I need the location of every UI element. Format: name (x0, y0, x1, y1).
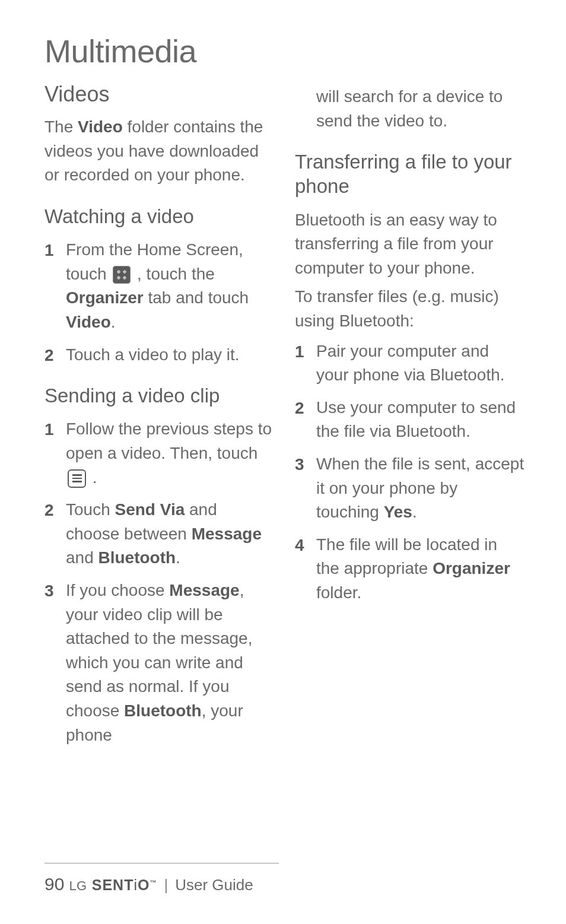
transfer-subintro: To transfer files (e.g. music) using Blu… (295, 285, 524, 333)
apps-grid-icon (113, 266, 131, 284)
list-item: Follow the previous steps to open a vide… (44, 417, 274, 490)
text: O (138, 877, 150, 893)
text: . (176, 548, 180, 567)
brand-lg: LG (69, 878, 87, 894)
text-bold: Organizer (433, 559, 510, 577)
text: . (111, 313, 116, 331)
text: tab and touch (144, 288, 249, 307)
page-title: Multimedia (44, 33, 524, 69)
heading-videos: Videos (44, 81, 274, 107)
heading-sending-video: Sending a video clip (44, 383, 274, 408)
text: SENT (92, 877, 134, 893)
transfer-intro: Bluetooth is an easy way to transferring… (295, 208, 524, 281)
page-number: 90 (44, 874, 64, 894)
text-bold: Yes (384, 503, 412, 521)
text: folder. (316, 583, 361, 602)
text-bold: Video (66, 313, 111, 331)
text-bold: Message (192, 525, 262, 543)
continuation-text: will search for a device to send the vid… (295, 85, 524, 133)
heading-watching-video: Watching a video (44, 204, 274, 228)
list-item: Touch Send Via and choose between Messag… (44, 498, 274, 570)
list-item: From the Home Screen, touch , touch the … (44, 238, 274, 334)
text-bold: Send Via (115, 500, 185, 519)
brand-sentio: SENTiO™ (92, 877, 157, 894)
sending-steps: Follow the previous steps to open a vide… (44, 417, 274, 747)
list-item: Touch a video to play it. (44, 343, 274, 367)
text: . (88, 468, 97, 487)
text-bold: Message (169, 581, 239, 599)
list-item: The file will be located in the appropri… (295, 533, 524, 605)
right-column: will search for a device to send the vid… (295, 77, 524, 755)
list-item: When the file is sent, accept it on your… (295, 452, 524, 525)
list-item: If you choose Message, your video clip w… (44, 579, 274, 747)
text: Touch (66, 500, 115, 519)
text-bold: Organizer (66, 288, 144, 307)
text-bold: Video (78, 118, 123, 136)
text: If you choose (66, 581, 169, 599)
guide-label: User Guide (175, 876, 253, 894)
text-bold: Bluetooth (124, 701, 202, 720)
transfer-steps: Pair your computer and your phone via Bl… (295, 339, 524, 605)
left-column: Videos The Video folder contains the vid… (44, 77, 274, 755)
content-columns: Videos The Video folder contains the vid… (44, 77, 524, 755)
trademark: ™ (150, 879, 157, 886)
footer-text: 90 LG SENTiO™ | User Guide (44, 874, 279, 894)
text: The (44, 118, 78, 136)
text-bold: Bluetooth (98, 548, 176, 567)
videos-intro: The Video folder contains the videos you… (44, 115, 274, 188)
text: Follow the previous steps to open a vide… (66, 420, 272, 462)
list-item: Use your computer to send the file via B… (295, 396, 524, 444)
text: . (412, 503, 417, 521)
heading-transferring: Transferring a file to your phone (295, 150, 524, 199)
text: , your video clip will be attached to th… (66, 581, 252, 720)
text: , touch the (132, 265, 215, 283)
text: When the file is sent, accept it on your… (316, 455, 524, 521)
menu-list-icon (68, 469, 86, 488)
page-footer: 90 LG SENTiO™ | User Guide (44, 863, 279, 894)
text: and (66, 548, 98, 567)
separator: | (164, 876, 168, 894)
list-item: Pair your computer and your phone via Bl… (295, 339, 524, 388)
watching-steps: From the Home Screen, touch , touch the … (44, 238, 274, 367)
